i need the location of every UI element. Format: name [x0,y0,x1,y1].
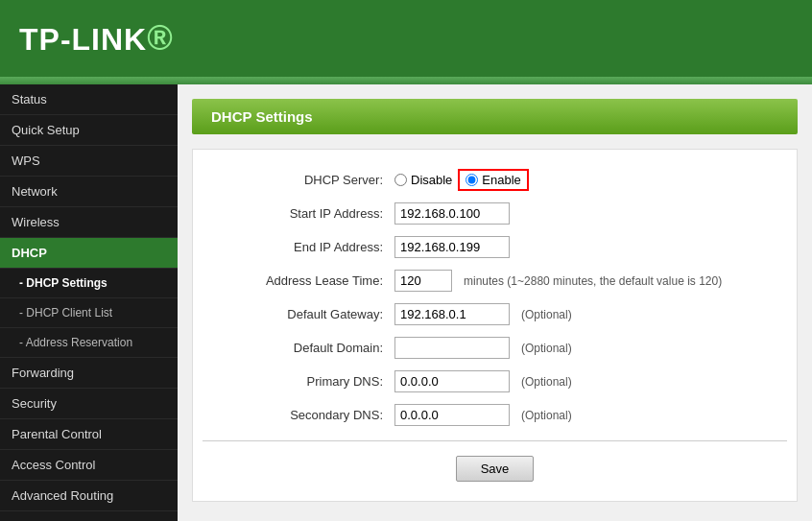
default-domain-row: Default Domain: (Optional) [203,337,787,359]
sidebar-item-wireless[interactable]: Wireless [0,207,178,238]
start-ip-control [394,202,510,225]
enable-radio-label[interactable]: Enable [466,173,520,187]
primary-dns-optional: (Optional) [521,375,572,389]
logo-dot: ® [147,18,174,58]
sidebar-item-address-reservation[interactable]: - Address Reservation [0,328,178,358]
default-gateway-control: (Optional) [394,303,572,325]
header: TP-LINK® [0,0,812,77]
enable-highlight-box: Enable [458,169,528,191]
start-ip-input[interactable] [394,202,510,225]
lease-time-hint: minutes (1~2880 minutes, the default val… [464,274,722,288]
sidebar-item-network[interactable]: Network [0,177,178,207]
sidebar-item-wps[interactable]: WPS [0,146,178,177]
form-divider [203,440,787,441]
start-ip-label: Start IP Address: [203,206,394,221]
enable-radio[interactable] [466,174,478,186]
save-row: Save [203,456,787,482]
secondary-dns-control: (Optional) [394,404,572,426]
dhcp-server-row: DHCP Server: Disable Enable [203,169,787,191]
sidebar: StatusQuick SetupWPSNetworkWirelessDHCP-… [0,84,178,521]
sidebar-item-security[interactable]: Security [0,389,178,419]
lease-time-row: Address Lease Time: minutes (1~2880 minu… [203,270,787,292]
page-title: DHCP Settings [192,99,798,134]
default-gateway-input[interactable] [394,303,510,325]
end-ip-input[interactable] [394,236,510,258]
default-gateway-optional: (Optional) [521,308,572,321]
secondary-dns-input[interactable] [394,404,510,426]
end-ip-row: End IP Address: [203,236,787,258]
default-gateway-row: Default Gateway: (Optional) [203,303,787,325]
dhcp-settings-form: DHCP Server: Disable Enable [192,149,798,502]
primary-dns-row: Primary DNS: (Optional) [203,370,787,392]
primary-dns-control: (Optional) [394,370,572,392]
logo: TP-LINK® [19,18,174,59]
sidebar-item-dhcp-settings[interactable]: - DHCP Settings [0,269,178,298]
enable-label: Enable [482,173,520,187]
disable-radio[interactable] [394,174,407,186]
lease-time-control: minutes (1~2880 minutes, the default val… [394,270,722,292]
sidebar-item-dhcp-client-list[interactable]: - DHCP Client List [0,298,178,328]
sidebar-item-dhcp[interactable]: DHCP [0,238,178,269]
header-subbar [0,77,812,84]
default-domain-input[interactable] [394,337,510,359]
disable-radio-label[interactable]: Disable [394,173,452,187]
sidebar-item-bandwidth-control[interactable]: Bandwidth Control [0,511,178,521]
sidebar-item-parental-control[interactable]: Parental Control [0,419,178,450]
main-layout: StatusQuick SetupWPSNetworkWirelessDHCP-… [0,84,812,521]
default-domain-control: (Optional) [394,337,572,359]
logo-text: TP-LINK [19,22,147,57]
lease-time-label: Address Lease Time: [203,273,394,288]
sidebar-item-forwarding[interactable]: Forwarding [0,358,178,389]
save-button[interactable]: Save [456,456,535,482]
default-domain-label: Default Domain: [203,341,394,355]
sidebar-item-advanced-routing[interactable]: Advanced Routing [0,481,178,511]
disable-label: Disable [411,173,452,187]
primary-dns-label: Primary DNS: [203,374,394,389]
sidebar-item-access-control[interactable]: Access Control [0,450,178,481]
default-gateway-label: Default Gateway: [203,307,394,321]
dhcp-server-control: Disable Enable [394,169,529,191]
default-domain-optional: (Optional) [521,342,572,355]
secondary-dns-optional: (Optional) [521,409,572,422]
start-ip-row: Start IP Address: [203,202,787,225]
dhcp-server-label: DHCP Server: [203,173,394,187]
secondary-dns-row: Secondary DNS: (Optional) [203,404,787,426]
secondary-dns-label: Secondary DNS: [203,408,394,422]
content-area: DHCP Settings DHCP Server: Disable Enabl… [178,84,812,521]
end-ip-control [394,236,510,258]
primary-dns-input[interactable] [394,370,510,392]
sidebar-item-status[interactable]: Status [0,84,178,115]
lease-time-input[interactable] [394,270,452,292]
sidebar-item-quick-setup[interactable]: Quick Setup [0,115,178,146]
end-ip-label: End IP Address: [203,240,394,254]
